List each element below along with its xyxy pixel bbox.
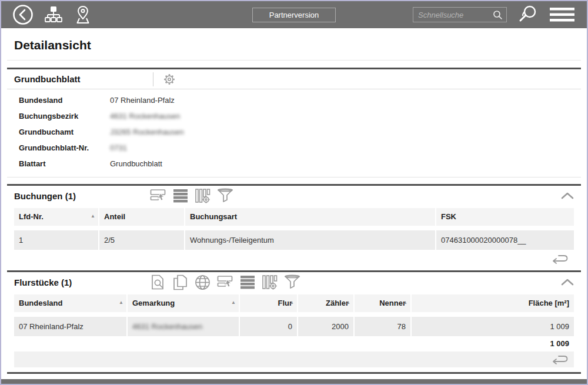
cell-zaehler: 2000	[297, 317, 353, 336]
column-settings-button[interactable]	[261, 274, 278, 290]
preview-document-button[interactable]	[149, 274, 166, 290]
cell-nenner: 78	[353, 317, 410, 336]
grundbuchblatt-fields: Bundesland 07 Rheinland-Pfalz Buchungsbe…	[7, 89, 581, 178]
cell-flur: 0	[239, 317, 297, 336]
select-rows-icon	[217, 274, 233, 290]
select-rows-icon	[150, 188, 166, 203]
top-navigation-bar: Partnerversion	[1, 1, 587, 28]
cell-lfdnr: 1	[14, 230, 98, 250]
map-location-button[interactable]	[73, 5, 93, 25]
copy-icon	[173, 274, 188, 290]
chevron-up-icon	[561, 192, 574, 200]
bottom-bar	[1, 379, 587, 384]
sort-asc-icon: ▲	[346, 294, 350, 312]
column-header-flur[interactable]: Flur ▲	[239, 294, 297, 312]
copy-button[interactable]	[172, 274, 189, 290]
select-rows-button[interactable]	[216, 274, 233, 290]
field-label: Blattart	[19, 159, 110, 168]
page-title: Detailansicht	[14, 38, 574, 52]
globe-button[interactable]	[194, 274, 211, 290]
quick-search-box[interactable]	[413, 7, 507, 22]
field-row: Grundbuchblatt-Nr. 0731	[7, 140, 581, 156]
sort-asc-icon: ▲	[119, 294, 123, 312]
collapse-flurstuecke-button[interactable]	[561, 276, 574, 289]
cell-flaeche: 1 009	[410, 317, 574, 336]
menu-button[interactable]	[549, 6, 575, 23]
back-button[interactable]	[12, 4, 34, 26]
cell-anteil: 2/5	[98, 230, 184, 250]
column-header-gemarkung[interactable]: Gemarkung ▲	[126, 294, 239, 312]
column-header-fsk[interactable]: FSK	[435, 208, 574, 226]
collapse-buchungen-button[interactable]	[561, 189, 574, 202]
filter-button[interactable]	[216, 188, 233, 204]
buchungen-table: Lfd-Nr. ▲ Anteil Buchungsart FSK 1 2/5 W…	[14, 208, 574, 250]
flurstuecke-table: Bundesland ▲ Gemarkung ▲ Flur ▲ Zähler ▲	[14, 294, 574, 336]
field-label: Grundbuchamt	[19, 128, 110, 136]
app-window: Partnerversion	[0, 0, 588, 385]
column-settings-button[interactable]	[194, 188, 211, 204]
menu-icon	[549, 6, 575, 23]
return-arrow-icon	[552, 254, 568, 264]
column-settings-icon	[262, 274, 278, 290]
column-settings-icon	[195, 188, 211, 203]
field-row: Bundesland 07 Rheinland-Pfalz	[7, 92, 581, 108]
sitemap-icon	[44, 5, 64, 25]
column-header-flaeche[interactable]: Fläche [m²]	[410, 294, 574, 312]
chevron-up-icon	[561, 278, 574, 286]
field-row: Buchungsbezirk 4631 Rockenhausen	[7, 108, 581, 124]
advanced-search-icon	[517, 4, 539, 25]
sort-asc-icon: ▲	[91, 208, 95, 225]
reset-button[interactable]	[552, 254, 568, 264]
sitemap-button[interactable]	[44, 5, 64, 25]
sort-asc-icon: ▲	[231, 294, 236, 312]
table-row[interactable]: 1 2/5 Wohnungs-/Teileigentum 07463100002…	[14, 230, 574, 250]
main-content: Detailansicht Grundbuchblatt	[1, 28, 587, 379]
list-view-button[interactable]	[239, 274, 256, 290]
preview-document-icon	[151, 274, 166, 290]
location-pin-icon	[73, 5, 93, 25]
column-header-lfdnr[interactable]: Lfd-Nr. ▲	[14, 208, 98, 226]
search-input[interactable]	[418, 11, 493, 19]
filter-button[interactable]	[283, 274, 300, 290]
section-grundbuchblatt: Grundbuchblatt	[7, 68, 581, 178]
table-row[interactable]: 07 Rheinland-Pfalz 4631 Rockenhausen 0 2…	[14, 317, 574, 336]
cell-fsk: 074631000020000078__	[435, 230, 574, 250]
cell-gemarkung: 4631 Rockenhausen	[126, 317, 239, 336]
field-label: Buchungsbezirk	[19, 112, 110, 120]
back-icon	[12, 4, 34, 26]
partnerversion-button[interactable]: Partnerversion	[252, 8, 336, 22]
field-value: Grundbuchblatt	[110, 159, 162, 168]
column-header-zaehler[interactable]: Zähler ▲	[297, 294, 353, 312]
field-label: Bundesland	[19, 96, 110, 105]
search-icon[interactable]	[493, 10, 503, 20]
globe-icon	[195, 274, 211, 290]
sort-asc-icon: ▲	[289, 294, 294, 312]
flaeche-sum: 1 009	[14, 336, 574, 351]
table-header-row: Bundesland ▲ Gemarkung ▲ Flur ▲ Zähler ▲	[14, 294, 574, 312]
reset-button[interactable]	[552, 354, 568, 364]
filter-icon	[217, 188, 233, 203]
settings-button[interactable]	[162, 72, 177, 87]
advanced-search-button[interactable]	[517, 4, 539, 25]
field-value-redacted: J3265 Rockenhausen	[110, 128, 184, 136]
divider	[153, 72, 153, 86]
column-header-buchungsart[interactable]: Buchungsart	[184, 208, 435, 226]
list-view-icon	[240, 274, 255, 290]
field-value-redacted: 4631 Rockenhausen	[110, 112, 180, 120]
cell-buchungsart: Wohnungs-/Teileigentum	[184, 230, 435, 250]
return-arrow-icon	[552, 354, 568, 364]
select-rows-button[interactable]	[149, 188, 166, 204]
column-header-nenner[interactable]: Nenner ▲	[353, 294, 410, 312]
column-header-bundesland[interactable]: Bundesland ▲	[14, 294, 126, 312]
field-row: Blattart Grundbuchblatt	[7, 156, 581, 172]
field-label: Grundbuchblatt-Nr.	[19, 143, 110, 152]
section-title-grundbuchblatt: Grundbuchblatt	[14, 74, 153, 84]
gear-icon	[162, 72, 176, 86]
section-title-flurstuecke: Flurstücke (1)	[14, 277, 149, 287]
filter-icon	[284, 274, 300, 290]
field-row: Grundbuchamt J3265 Rockenhausen	[7, 124, 581, 140]
list-view-icon	[173, 188, 188, 203]
cell-bundesland: 07 Rheinland-Pfalz	[14, 317, 126, 336]
list-view-button[interactable]	[172, 188, 189, 204]
column-header-anteil[interactable]: Anteil	[98, 208, 184, 226]
